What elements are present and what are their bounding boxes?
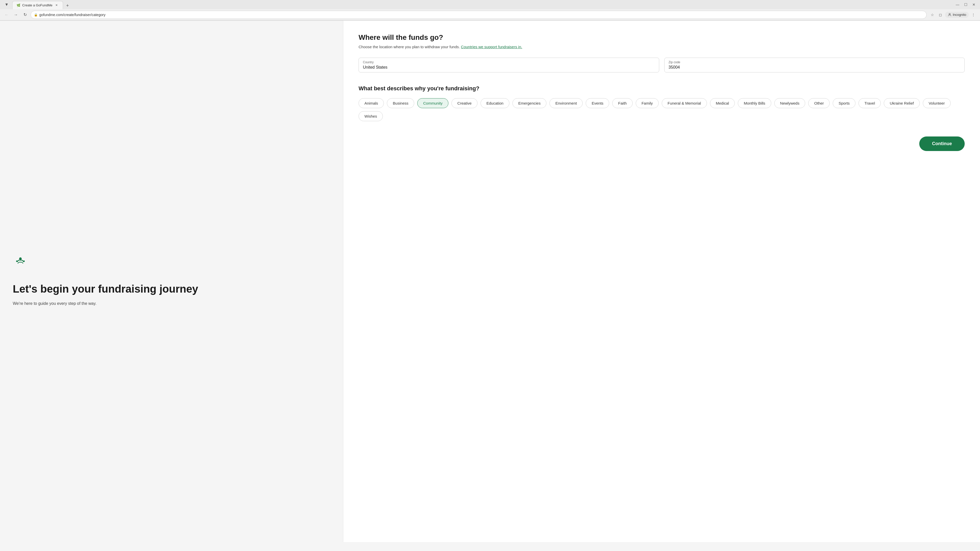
svg-point-1 — [19, 257, 22, 260]
tab-close-btn[interactable]: ✕ — [55, 3, 59, 7]
category-chip-newlyweds[interactable]: Newlyweds — [774, 98, 805, 108]
bookmark-btn[interactable]: ☆ — [929, 11, 936, 18]
svg-point-3 — [23, 260, 25, 262]
active-tab[interactable]: 🌿 Create a GoFundMe ✕ — [12, 1, 63, 9]
lock-icon: 🔒 — [34, 13, 38, 17]
incognito-badge[interactable]: Incognito — [945, 12, 969, 18]
menu-btn[interactable]: ⋮ — [970, 11, 977, 18]
category-chip-family[interactable]: Family — [636, 98, 659, 108]
categories-grid: AnimalsBusinessCommunityCreativeEducatio… — [359, 98, 965, 121]
country-field[interactable]: Country United States — [359, 58, 659, 73]
location-fields: Country United States Zip code 35004 — [359, 58, 965, 73]
category-chip-education[interactable]: Education — [480, 98, 509, 108]
back-btn[interactable]: ← — [3, 11, 10, 18]
category-section-title: What best describes why you're fundraisi… — [359, 85, 965, 92]
minimize-btn[interactable]: — — [956, 3, 959, 6]
category-chip-funeral-memorial[interactable]: Funeral & Memorial — [662, 98, 707, 108]
category-chip-monthly-bills[interactable]: Monthly Bills — [738, 98, 771, 108]
category-chip-events[interactable]: Events — [586, 98, 609, 108]
category-chip-community[interactable]: Community — [417, 98, 449, 108]
category-chip-travel[interactable]: Travel — [859, 98, 881, 108]
category-chip-volunteer[interactable]: Volunteer — [923, 98, 951, 108]
nav-actions: ☆ ◻ Incognito ⋮ — [929, 11, 977, 18]
countries-link[interactable]: Countries we support fundraisers in. — [461, 44, 522, 49]
new-tab-btn[interactable]: + — [64, 2, 71, 9]
continue-btn-area: Continue — [359, 131, 965, 156]
category-chip-wishes[interactable]: Wishes — [359, 111, 383, 121]
svg-point-2 — [16, 260, 18, 262]
close-btn[interactable]: ✕ — [972, 3, 976, 6]
zip-value: 35004 — [669, 65, 961, 70]
zip-label: Zip code — [669, 60, 961, 64]
tab-switcher-btn[interactable]: ▼ — [3, 1, 10, 8]
country-value: United States — [363, 65, 655, 70]
browser-chrome: ▼ 🌿 Create a GoFundMe ✕ + — ☐ ✕ ← → ↻ 🔒 … — [0, 0, 980, 21]
country-label: Country — [363, 60, 655, 64]
tab-favicon: 🌿 — [17, 3, 20, 7]
category-chip-creative[interactable]: Creative — [452, 98, 477, 108]
category-chip-emergencies[interactable]: Emergencies — [512, 98, 547, 108]
reload-btn[interactable]: ↻ — [21, 11, 29, 18]
main-heading: Let's begin your fundraising journey — [13, 283, 330, 295]
page-content: Let's begin your fundraising journey We'… — [0, 21, 980, 542]
profile-btn[interactable]: ◻ — [937, 11, 944, 18]
category-chip-medical[interactable]: Medical — [710, 98, 735, 108]
sub-text: We're here to guide you every step of th… — [13, 300, 330, 306]
nav-bar: ← → ↻ 🔒 gofundme.com/create/fundraiser/c… — [0, 9, 980, 21]
incognito-label: Incognito — [953, 13, 966, 17]
category-chip-sports[interactable]: Sports — [833, 98, 856, 108]
location-section-desc: Choose the location where you plan to wi… — [359, 44, 965, 50]
category-chip-environment[interactable]: Environment — [549, 98, 583, 108]
svg-point-0 — [949, 13, 950, 14]
tab-title: Create a GoFundMe — [22, 3, 52, 7]
right-panel: Where will the funds go? Choose the loca… — [343, 21, 980, 542]
tabs-bar: 🌿 Create a GoFundMe ✕ + — [12, 0, 953, 9]
restore-btn[interactable]: ☐ — [964, 3, 968, 6]
category-chip-business[interactable]: Business — [387, 98, 414, 108]
location-section-title: Where will the funds go? — [359, 33, 965, 41]
category-chip-other[interactable]: Other — [808, 98, 830, 108]
category-chip-animals[interactable]: Animals — [359, 98, 384, 108]
url-text: gofundme.com/create/fundraiser/category — [39, 13, 923, 17]
category-chip-faith[interactable]: Faith — [612, 98, 632, 108]
forward-btn[interactable]: → — [12, 11, 19, 18]
left-panel: Let's begin your fundraising journey We'… — [0, 21, 343, 542]
category-chip-ukraine-relief[interactable]: Ukraine Relief — [884, 98, 920, 108]
gofundme-logo-icon — [13, 256, 28, 266]
continue-button[interactable]: Continue — [919, 137, 965, 151]
zip-field[interactable]: Zip code 35004 — [664, 58, 965, 73]
logo — [13, 256, 330, 267]
title-bar: ▼ 🌿 Create a GoFundMe ✕ + — ☐ ✕ — [0, 0, 980, 9]
location-desc-text: Choose the location where you plan to wi… — [359, 44, 460, 49]
address-bar[interactable]: 🔒 gofundme.com/create/fundraiser/categor… — [30, 11, 927, 19]
